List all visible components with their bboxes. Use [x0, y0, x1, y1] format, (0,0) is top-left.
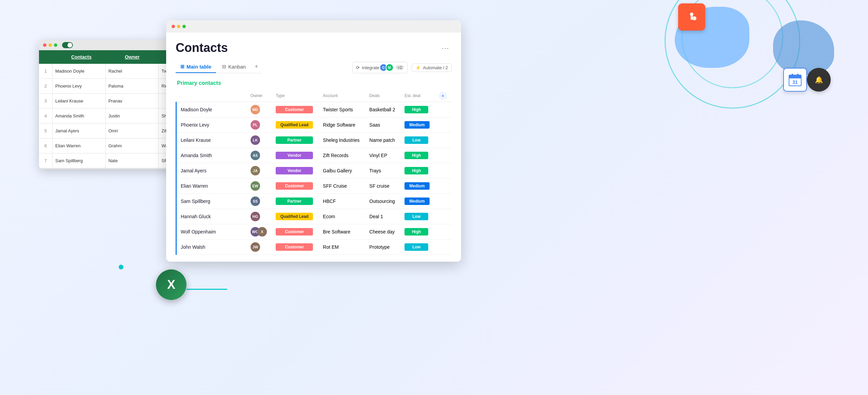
type-badge: Partner: [276, 198, 313, 205]
automate-button[interactable]: ⚡ Automate / 2: [412, 63, 452, 72]
est-deal-cell: Low: [400, 240, 435, 255]
type-badge: Customer: [276, 106, 313, 113]
type-badge: Partner: [276, 136, 313, 144]
crm-window: Contacts ··· ⊞ Main table ⊟ Kanban + ⟳ I…: [166, 20, 461, 262]
connector-line: [186, 289, 227, 290]
col-header-owner: Owner: [246, 90, 272, 102]
excel-close-dot: [43, 43, 46, 47]
add-column-button[interactable]: +: [439, 92, 447, 100]
crm-minimize-dot: [177, 25, 180, 28]
deal-badge: High: [405, 167, 428, 174]
account-cell: Twister Sports: [319, 102, 365, 117]
crm-top-row: Contacts ···: [176, 41, 452, 55]
table-row[interactable]: Sam Spillberg SS Partner HBCF Outsourcin…: [176, 194, 452, 209]
crm-maximize-dot: [182, 25, 186, 28]
main-table-icon: ⊞: [180, 64, 184, 69]
svg-rect-6: [789, 77, 801, 78]
type-badge: Qualified Lead: [276, 121, 313, 129]
table-row[interactable]: Leilani Krause LK Partner Sheleg Industr…: [176, 133, 452, 148]
excel-owner-header: Owner: [107, 54, 158, 60]
add-view-button[interactable]: +: [252, 60, 261, 73]
type-cell: Customer: [272, 102, 319, 117]
avatar-2: M: [386, 63, 394, 72]
svg-rect-9: [797, 74, 798, 76]
owner-cell: LK: [246, 133, 272, 148]
deal-badge: Medium: [405, 198, 429, 205]
owner-cell: SS: [246, 194, 272, 209]
avatar: MD: [251, 105, 260, 114]
col-header-type: Type: [272, 90, 319, 102]
account-cell: Sheleg Industries: [319, 133, 365, 148]
svg-text:31: 31: [792, 79, 798, 85]
deals-cell: Vinyl EP: [365, 148, 400, 163]
deal-badge: Low: [405, 136, 428, 144]
tab-main-table[interactable]: ⊞ Main table: [176, 61, 216, 73]
col-header-est-deal: Est. deal: [400, 90, 435, 102]
tab-main-table-label: Main table: [186, 64, 211, 70]
table-row[interactable]: Madison Doyle MD Customer Twister Sports…: [176, 102, 452, 117]
account-cell: HBCF: [319, 194, 365, 209]
deals-cell: Saas: [365, 117, 400, 133]
owner-cell: JW: [246, 240, 272, 255]
hubspot-icon: [678, 3, 705, 31]
table-row[interactable]: Amanda Smith AS Vendor Zift Records Viny…: [176, 148, 452, 163]
table-body: Madison Doyle MD Customer Twister Sports…: [176, 102, 452, 255]
integrate-label: Integrate: [362, 65, 379, 70]
deal-badge: Low: [405, 243, 428, 251]
type-badge: Customer: [276, 228, 313, 236]
crm-close-dot: [172, 25, 175, 28]
integrate-badge: +2: [396, 65, 404, 70]
col-header-add: +: [435, 90, 452, 102]
avatar: JW: [251, 242, 260, 252]
type-badge: Vendor: [276, 152, 313, 159]
deal-badge: Medium: [405, 182, 429, 190]
col-header-deals: Deals: [365, 90, 400, 102]
deal-badge: Low: [405, 213, 428, 220]
avatar: LK: [251, 135, 260, 145]
contact-name-cell: Jamal Ayers: [176, 163, 246, 178]
contacts-table: Owner Type Account Deals Est. deal + Mad…: [176, 90, 452, 255]
type-cell: Partner: [272, 133, 319, 148]
type-badge: Customer: [276, 243, 313, 251]
owner-cell: AS: [246, 148, 272, 163]
type-cell: Qualified Lead: [272, 117, 319, 133]
est-deal-cell: Medium: [400, 117, 435, 133]
table-row[interactable]: Jamal Ayers JA Vendor Galbu Gallery Tray…: [176, 163, 452, 178]
avatar: JA: [251, 166, 260, 175]
google-calendar-icon: 31: [783, 68, 807, 92]
connector-dot: [119, 265, 123, 269]
excel-contacts-header: Contacts: [56, 54, 107, 60]
deals-cell: Cheese day: [365, 224, 400, 240]
account-cell: Galbu Gallery: [319, 163, 365, 178]
avatar: SS: [251, 196, 260, 206]
automate-label: Automate / 2: [423, 65, 448, 70]
more-options-button[interactable]: ···: [439, 42, 452, 54]
tab-kanban-label: Kanban: [228, 64, 246, 70]
type-cell: Partner: [272, 194, 319, 209]
table-row[interactable]: Wolf Oppenhaim WO X Customer Bre Softwar…: [176, 224, 452, 240]
table-row[interactable]: Phoenix Levy PL Qualified Lead Ridge Sof…: [176, 117, 452, 133]
account-cell: Zift Records: [319, 148, 365, 163]
excel-maximize-dot: [54, 43, 57, 47]
owner-cell: JA: [246, 163, 272, 178]
type-cell: Customer: [272, 224, 319, 240]
integrate-button[interactable]: ⟳ Integrate G M +2: [352, 62, 408, 73]
deals-cell: Trays: [365, 163, 400, 178]
section-primary-contacts: Primary contacts: [176, 80, 452, 86]
table-row[interactable]: Elian Warren EW Customer SFF Cruise SF c…: [176, 178, 452, 194]
contact-name-cell: Madison Doyle: [176, 102, 246, 117]
type-badge: Vendor: [276, 167, 313, 174]
table-row[interactable]: John Walsh JW Customer Rot EM Prototype …: [176, 240, 452, 255]
avatar: EW: [251, 181, 260, 191]
svg-rect-1: [691, 14, 693, 20]
col-header-account: Account: [319, 90, 365, 102]
tab-kanban[interactable]: ⊟ Kanban: [217, 61, 251, 73]
excel-icon: X: [156, 269, 186, 300]
crm-tabs: ⊞ Main table ⊟ Kanban +: [176, 60, 261, 73]
deal-badge: High: [405, 152, 428, 159]
avatar: PL: [251, 120, 260, 130]
deal-badge: Medium: [405, 121, 429, 129]
type-cell: Customer: [272, 240, 319, 255]
table-row[interactable]: Hannah Gluck HG Qualified Lead Ecom Deal…: [176, 209, 452, 224]
crm-table-area: Primary contacts Owner Type Account Deal…: [166, 80, 461, 262]
